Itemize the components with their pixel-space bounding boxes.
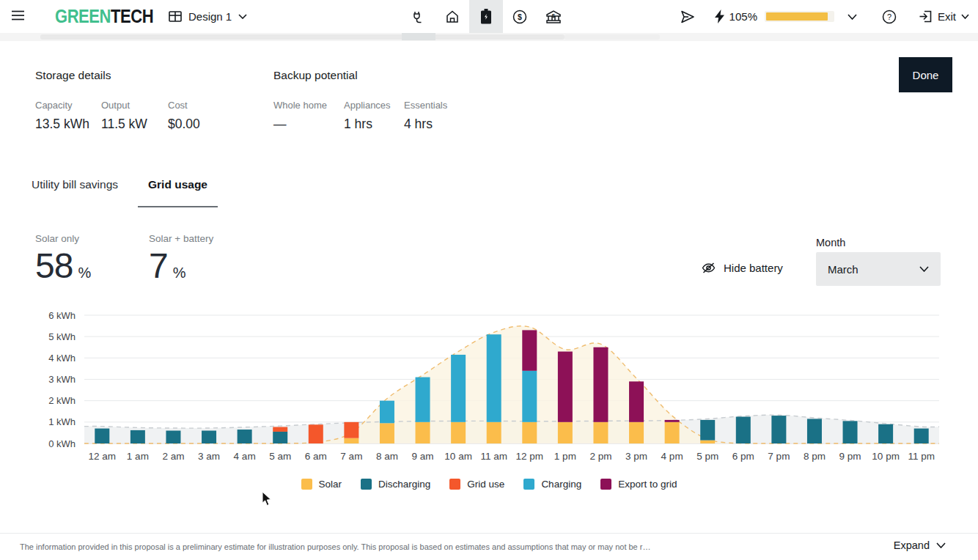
expand-button[interactable]: Expand [894, 539, 946, 551]
design-selector-label: Design 1 [188, 10, 232, 23]
legend-label: Grid use [467, 479, 504, 490]
x-axis-label: 10 am [444, 451, 472, 462]
help-icon[interactable]: ? [882, 10, 897, 24]
nav-incentives-button[interactable]: $ [537, 0, 570, 33]
tab-grid-usage[interactable]: Grid usage [138, 178, 218, 207]
plug-icon [411, 10, 426, 24]
backup-field-essentials: Essentials 4 hrs [404, 100, 447, 132]
chart-legend: SolarDischargingGrid useChargingExport t… [0, 479, 978, 490]
month-select[interactable]: March [816, 252, 941, 286]
nav-system-button[interactable] [402, 0, 435, 33]
send-icon[interactable] [680, 10, 696, 24]
x-axis-label: 5 am [269, 451, 291, 462]
bar-segment [914, 429, 929, 443]
bar-segment [629, 381, 644, 421]
nav-pricing-button[interactable]: $ [503, 0, 537, 33]
disclaimer-text: The information provided in this proposa… [20, 542, 650, 551]
exit-chevron-down-icon[interactable] [961, 14, 969, 19]
backup-potential-section: Backup potential Whole home — Appliances… [273, 69, 459, 132]
legend-label: Discharging [378, 479, 430, 490]
hamburger-menu-icon[interactable] [12, 10, 24, 21]
stat-label: Solar + battery [149, 233, 213, 244]
x-axis-label: 9 pm [839, 451, 861, 462]
done-button[interactable]: Done [899, 57, 952, 92]
bar-segment [843, 421, 858, 443]
x-axis-label: 11 am [480, 451, 507, 462]
hide-battery-label: Hide battery [724, 262, 783, 274]
legend-swatch [523, 479, 534, 490]
stat-value: 7 [149, 246, 168, 286]
field-value: 11.5 kW [101, 117, 156, 132]
bar-segment [522, 330, 537, 370]
x-axis-label: 4 pm [661, 451, 683, 462]
eye-off-icon [701, 261, 716, 275]
top-bar: GREENTECH Design 1 $ [0, 0, 978, 33]
peek-segment [429, 34, 565, 40]
y-axis-label: 4 kWh [48, 353, 76, 364]
field-label: Capacity [35, 100, 89, 111]
legend-item: Discharging [361, 479, 430, 490]
x-axis-label: 3 am [198, 451, 220, 462]
month-select-value: March [828, 263, 858, 276]
storage-field-output: Output 11.5 kW [101, 100, 156, 132]
bar-segment [166, 431, 180, 444]
month-label: Month [816, 237, 845, 248]
x-axis-label: 7 am [340, 451, 362, 462]
field-value: 4 hrs [404, 117, 447, 132]
offset-progress-fill [766, 12, 828, 21]
stat-solar-plus-battery: Solar + battery 7 % [149, 233, 213, 286]
exit-button[interactable]: Exit [938, 10, 956, 23]
svg-text:$: $ [518, 12, 522, 21]
bar-segment [380, 401, 394, 424]
x-axis-label: 1 am [127, 451, 149, 462]
bar-segment [487, 334, 501, 422]
disclaimer-footer: The information provided in this proposa… [0, 533, 978, 560]
stat-value: 58 [35, 246, 73, 286]
design-selector[interactable]: Design 1 [169, 0, 247, 33]
bar-segment [700, 420, 715, 441]
x-axis-label: 6 am [305, 451, 327, 462]
month-chevron-down-icon [919, 266, 929, 272]
nav-home-button[interactable] [435, 0, 469, 33]
bar-segment [344, 438, 359, 443]
nav-battery-button[interactable] [469, 0, 503, 33]
x-axis-label: 1 pm [554, 451, 576, 462]
bar-segment [558, 352, 573, 422]
bar-segment [344, 422, 359, 438]
hide-battery-toggle[interactable]: Hide battery [701, 261, 783, 275]
legend-swatch [301, 479, 312, 490]
bar-segment [736, 417, 751, 443]
bar-segment [273, 427, 287, 432]
offset-progress-bar[interactable] [765, 11, 834, 22]
greentech-logo: GREENTECH [55, 6, 153, 27]
offset-chevron-down-icon[interactable] [848, 14, 857, 20]
chart-tabs: Utility bill savings Grid usage [32, 178, 218, 207]
y-axis-label: 0 kWh [48, 438, 76, 449]
bar-segment [700, 441, 715, 443]
svg-text:?: ? [887, 12, 891, 21]
legend-item: Grid use [449, 479, 504, 490]
y-axis-label: 2 kWh [48, 395, 76, 406]
bar-segment [380, 423, 394, 443]
field-value: $0.00 [168, 117, 200, 132]
svg-text:$: $ [552, 12, 556, 18]
legend-swatch [361, 479, 372, 490]
bar-segment [487, 422, 501, 443]
peek-segment [40, 34, 422, 40]
field-value: — [273, 117, 332, 132]
bar-segment [593, 347, 608, 422]
stat-unit: % [78, 265, 91, 281]
backup-potential-title: Backup potential [273, 69, 459, 82]
storage-details-title: Storage details [35, 69, 212, 82]
storage-field-capacity: Capacity 13.5 kWh [35, 100, 89, 132]
x-axis-label: 5 pm [696, 451, 718, 462]
field-value: 13.5 kWh [35, 117, 89, 132]
stat-label: Solar only [35, 233, 91, 244]
bar-segment [665, 422, 680, 443]
tab-utility-bill-savings[interactable]: Utility bill savings [32, 178, 118, 207]
legend-item: Charging [523, 479, 581, 490]
legend-label: Export to grid [618, 479, 677, 490]
y-axis-label: 1 kWh [48, 416, 76, 427]
bar-segment [878, 424, 893, 443]
y-axis-label: 6 kWh [48, 310, 76, 321]
